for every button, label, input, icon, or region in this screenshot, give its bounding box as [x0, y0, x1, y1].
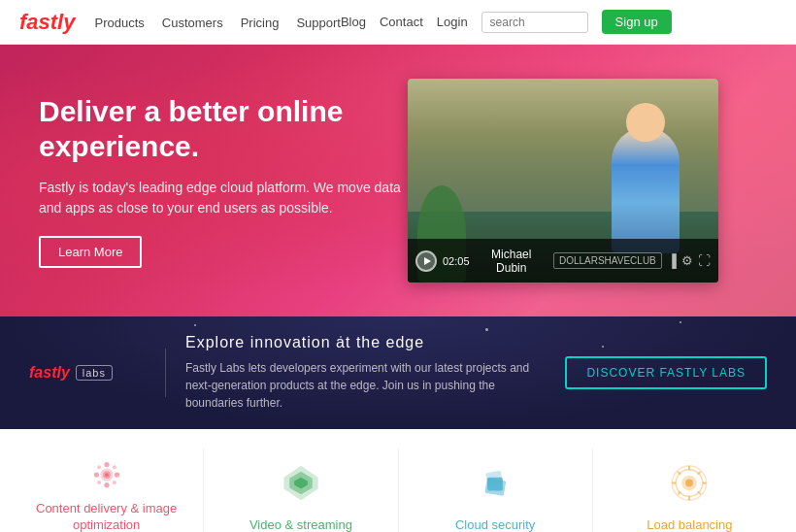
svg-point-20 — [685, 480, 693, 487]
star-deco — [194, 324, 196, 326]
hero-subtext: Fastly is today's leading edge cloud pla… — [39, 178, 408, 218]
service-card-video[interactable]: Video & streaming — [204, 449, 398, 532]
svg-point-5 — [93, 472, 98, 477]
login-link[interactable]: Login — [437, 15, 468, 29]
video-brand-logo: DOLLARSHAVECLUB — [553, 252, 662, 269]
svg-point-7 — [97, 465, 101, 469]
hero-text: Deliver a better online experience. Fast… — [39, 94, 408, 268]
nav-links: Products Customers Pricing Support — [94, 14, 340, 31]
discover-labs-button[interactable]: DISCOVER FASTLY LABS — [565, 356, 767, 389]
svg-line-25 — [679, 472, 681, 475]
star-deco — [680, 321, 681, 323]
hero-video[interactable]: 02:05 Michael Dubin DOLLARSHAVECLUB ▐ ⚙ … — [408, 79, 718, 283]
nav-support[interactable]: Support — [296, 16, 341, 30]
settings-icon[interactable]: ⚙ — [681, 253, 693, 268]
star-deco — [602, 346, 604, 348]
loadbalancing-label: Load balancing — [647, 517, 732, 532]
hero-headline: Deliver a better online experience. — [39, 94, 408, 164]
blog-link[interactable]: Blog — [341, 15, 366, 29]
svg-line-27 — [698, 472, 701, 475]
services-section: Content delivery & image optimization Vi… — [0, 429, 796, 532]
cdn-icon — [82, 458, 132, 491]
labs-divider — [165, 349, 166, 397]
svg-point-8 — [113, 465, 116, 469]
labs-content: Explore innovation at the edge Fastly La… — [185, 334, 546, 412]
labs-description: Fastly Labs lets developers experiment w… — [185, 359, 546, 412]
labs-logo-text: fastly — [29, 364, 70, 382]
video-person — [612, 127, 680, 253]
svg-point-9 — [97, 481, 101, 484]
svg-point-10 — [113, 481, 116, 484]
search-input[interactable] — [481, 12, 588, 33]
svg-point-3 — [104, 462, 109, 467]
svg-point-2 — [105, 473, 109, 477]
nav-products[interactable]: Products — [94, 16, 144, 30]
service-card-loadbalancing[interactable]: Load balancing — [593, 449, 786, 532]
nav-customers[interactable]: Customers — [162, 16, 223, 30]
fullscreen-icon[interactable]: ⛶ — [698, 253, 711, 268]
security-icon — [470, 458, 520, 508]
cdn-label: Content delivery & image optimization — [24, 501, 188, 532]
svg-point-4 — [104, 482, 109, 487]
service-card-cdn[interactable]: Content delivery & image optimization — [10, 449, 204, 532]
loadbalancing-icon — [664, 458, 714, 508]
header: fastly Products Customers Pricing Suppor… — [0, 0, 796, 45]
svg-line-28 — [679, 491, 681, 494]
main-nav: Products Customers Pricing Support — [94, 14, 340, 31]
labs-badge: labs — [76, 365, 113, 381]
star-deco — [485, 328, 488, 331]
labs-banner: fastly labs Explore innovation at the ed… — [0, 316, 796, 429]
labs-title: Explore innovation at the edge — [185, 334, 546, 351]
video-controls: ▐ ⚙ ⛶ — [668, 253, 711, 268]
security-label: Cloud security — [455, 517, 535, 532]
labs-logo: fastly labs — [29, 364, 146, 382]
video-person-name: Michael Dubin — [476, 248, 547, 275]
svg-rect-16 — [487, 478, 503, 491]
header-right: Blog Contact Login Sign up — [341, 10, 672, 34]
video-time: 02:05 — [443, 255, 470, 267]
signup-button[interactable]: Sign up — [602, 10, 672, 34]
svg-line-26 — [698, 491, 701, 494]
service-card-security[interactable]: Cloud security — [399, 449, 593, 532]
contact-link[interactable]: Contact — [380, 15, 423, 29]
logo[interactable]: fastly — [19, 10, 75, 35]
svg-point-6 — [115, 472, 119, 477]
learn-more-button[interactable]: Learn More — [39, 236, 142, 268]
video-bar: 02:05 Michael Dubin DOLLARSHAVECLUB ▐ ⚙ … — [408, 239, 718, 283]
play-button[interactable] — [415, 250, 437, 272]
nav-pricing[interactable]: Pricing — [241, 16, 280, 30]
volume-icon[interactable]: ▐ — [668, 253, 677, 268]
video-icon — [276, 458, 326, 508]
video-label: Video & streaming — [249, 517, 352, 532]
hero-section: Deliver a better online experience. Fast… — [0, 45, 796, 316]
